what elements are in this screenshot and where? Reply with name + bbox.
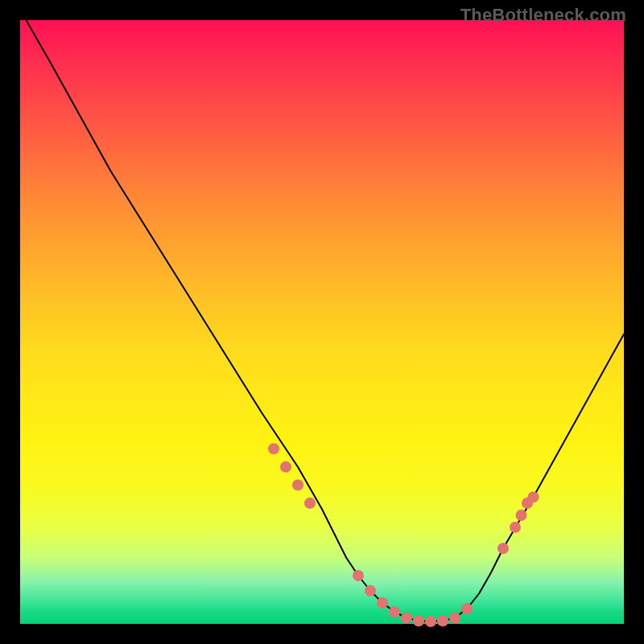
curve-marker <box>413 615 424 626</box>
curve-marker <box>268 444 279 455</box>
chart-stage: TheBottleneck.com <box>0 0 644 644</box>
curve-marker <box>292 480 303 491</box>
curve-marker <box>353 570 364 581</box>
curve-marker <box>377 597 388 609</box>
curve-marker <box>510 522 521 533</box>
curve-marker <box>389 606 400 617</box>
curve-marker <box>528 492 539 503</box>
chart-plot-area <box>20 20 624 624</box>
curve-marker <box>449 613 460 624</box>
curve-marker <box>401 613 412 624</box>
curve-marker <box>461 603 473 614</box>
bottleneck-curve <box>27 20 625 621</box>
curve-svg <box>20 20 624 624</box>
curve-marker <box>280 461 291 473</box>
watermark-text: TheBottleneck.com <box>460 5 626 26</box>
curve-marker <box>304 497 316 509</box>
curve-marker <box>497 543 509 554</box>
curve-marker <box>516 510 527 521</box>
curve-marker <box>437 615 448 626</box>
curve-marker <box>365 585 376 597</box>
curve-marker <box>425 616 436 627</box>
curve-markers <box>268 444 539 628</box>
